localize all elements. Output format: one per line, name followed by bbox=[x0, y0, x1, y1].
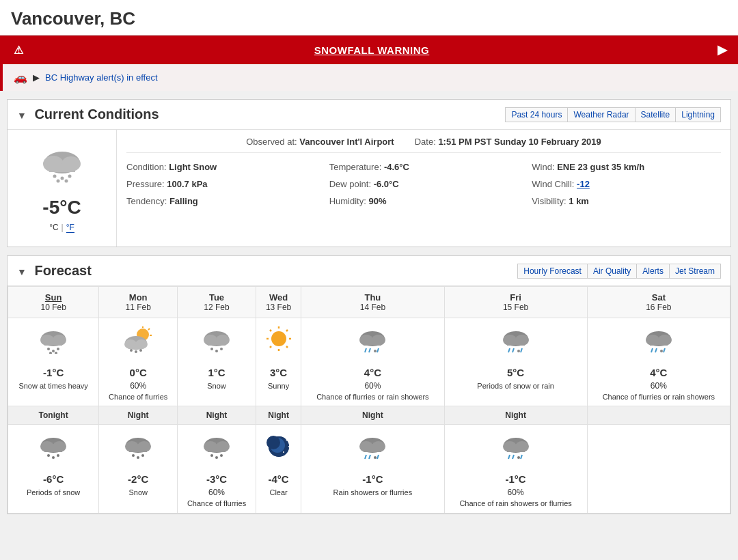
car-icon: 🚗 bbox=[14, 71, 27, 84]
forecast-temp-sun: -1°C bbox=[11, 367, 96, 378]
forecast-icon-sun: -1°C Snow at times heavy bbox=[8, 318, 99, 406]
unit-toggle: °C | °F bbox=[49, 223, 74, 233]
expand-arrow-icon: ▶ bbox=[33, 72, 40, 83]
unit-c: °C bbox=[49, 223, 58, 233]
night-icon-sat bbox=[587, 425, 730, 513]
svg-rect-79 bbox=[129, 447, 147, 452]
svg-rect-3 bbox=[49, 164, 75, 172]
warning-banner[interactable]: ⚠ SNOWFALL WARNING ▶ bbox=[0, 36, 738, 64]
forecast-night-icons-row: -6°C Periods of snow -2°C Snow -3°C bbox=[8, 425, 730, 513]
svg-line-109 bbox=[508, 455, 510, 459]
svg-rect-64 bbox=[650, 340, 668, 346]
forecast-day-thu: Thu 14 Feb bbox=[301, 287, 444, 318]
svg-point-34 bbox=[215, 350, 218, 352]
forecast-desc-thu: Chance of flurries or rain showers bbox=[304, 392, 441, 402]
night-temp-tonight: -6°C bbox=[11, 473, 96, 485]
cond-temperature: Temperature: -4.6°C bbox=[329, 160, 519, 174]
forecast-day-mon: Mon 11 Feb bbox=[99, 287, 178, 318]
highway-alert-link[interactable]: BC Highway alert(s) in effect bbox=[45, 72, 158, 83]
forecast-collapse-arrow-icon[interactable]: ▼ bbox=[17, 266, 27, 277]
svg-point-103 bbox=[374, 456, 377, 459]
forecast-temp-thu: 4°C bbox=[304, 367, 441, 378]
forecast-icon-thu: 4°C 60% Chance of flurries or rain showe… bbox=[301, 318, 444, 406]
forecast-day-icons-row: -1°C Snow at times heavy bbox=[8, 318, 730, 406]
current-conditions-header: ▼ Current Conditions Past 24 hours Weath… bbox=[8, 100, 730, 130]
svg-rect-25 bbox=[128, 344, 144, 349]
svg-point-51 bbox=[374, 350, 377, 352]
svg-point-33 bbox=[210, 348, 213, 350]
forecast-desc-tue: Snow bbox=[180, 381, 253, 391]
collapse-arrow-icon[interactable]: ▼ bbox=[17, 110, 27, 121]
svg-point-88 bbox=[215, 456, 218, 459]
svg-line-20 bbox=[148, 328, 150, 330]
warning-text[interactable]: SNOWFALL WARNING bbox=[314, 44, 430, 56]
forecast-temp-sat: 4°C bbox=[590, 367, 727, 378]
lightning-link[interactable]: Lightning bbox=[676, 107, 721, 122]
night-temp-fri: -1°C bbox=[448, 473, 584, 485]
svg-point-67 bbox=[660, 350, 663, 352]
night-icon-mon: -2°C Snow bbox=[99, 425, 178, 513]
forecast-temp-fri: 5°C bbox=[448, 367, 584, 378]
night-header-thu: Night bbox=[301, 406, 444, 425]
svg-rect-72 bbox=[44, 447, 62, 452]
svg-point-111 bbox=[517, 456, 520, 459]
svg-point-27 bbox=[135, 350, 137, 353]
cond-pressure: Pressure: 100.7 kPa bbox=[126, 177, 316, 191]
night-icon-tonight: -6°C Periods of snow bbox=[8, 425, 99, 513]
night-temp-wed: -4°C bbox=[259, 473, 298, 485]
air-quality-link[interactable]: Air Quality bbox=[588, 264, 637, 279]
forecast-day-sat: Sat 16 Feb bbox=[587, 287, 730, 318]
svg-rect-108 bbox=[507, 447, 525, 452]
warning-arrow-icon[interactable]: ▶ bbox=[718, 42, 727, 57]
forecast-header: ▼ Forecast Hourly Forecast Air Quality A… bbox=[8, 256, 730, 286]
weather-radar-link[interactable]: Weather Radar bbox=[568, 107, 635, 122]
current-weather-icon bbox=[38, 143, 86, 191]
alerts-link[interactable]: Alerts bbox=[637, 264, 670, 279]
hourly-forecast-link[interactable]: Hourly Forecast bbox=[517, 264, 588, 279]
svg-point-59 bbox=[517, 350, 520, 352]
svg-rect-100 bbox=[364, 447, 381, 452]
svg-point-4 bbox=[53, 175, 56, 178]
forecast-icon-fri: 5°C Periods of snow or rain bbox=[444, 318, 587, 406]
forecast-icon-sat: 4°C 60% Chance of flurries or rain showe… bbox=[587, 318, 730, 406]
observed-at-label: Observed at: Vancouver Int'l Airport bbox=[246, 137, 394, 147]
night-percent-tue: 60% bbox=[180, 488, 253, 497]
conditions-grid: Condition: Light Snow Temperature: -4.6°… bbox=[126, 160, 721, 208]
svg-line-110 bbox=[512, 455, 514, 459]
forecast-temp-mon: 0°C bbox=[102, 367, 174, 378]
night-percent-fri: 60% bbox=[448, 488, 584, 497]
current-temp: -5°C bbox=[42, 197, 81, 219]
night-desc-thu: Rain showers or flurries bbox=[304, 488, 441, 497]
night-desc-tue: Chance of flurries bbox=[180, 499, 253, 508]
conditions-body: -5°C °C | °F Observed at: Vancouver Int'… bbox=[8, 130, 730, 247]
unit-divider: | bbox=[62, 223, 64, 233]
night-desc-wed: Clear bbox=[259, 488, 298, 497]
night-headers-row: Tonight Night Night Night Night Night bbox=[8, 406, 730, 425]
svg-line-49 bbox=[365, 348, 366, 352]
conditions-icon-col: -5°C °C | °F bbox=[8, 130, 117, 247]
svg-point-13 bbox=[47, 348, 50, 350]
svg-point-26 bbox=[130, 349, 133, 352]
svg-rect-86 bbox=[208, 447, 226, 452]
forecast-temp-wed: 3°C bbox=[259, 367, 298, 378]
cond-condition: Condition: Light Snow bbox=[126, 160, 316, 174]
forecast-desc-sun: Snow at times heavy bbox=[11, 381, 96, 391]
night-header-tue: Night bbox=[178, 406, 256, 425]
past-24-hours-link[interactable]: Past 24 hours bbox=[505, 107, 568, 122]
svg-point-89 bbox=[220, 454, 223, 457]
satellite-link[interactable]: Satellite bbox=[636, 107, 676, 122]
jet-stream-link[interactable]: Jet Stream bbox=[670, 264, 721, 279]
svg-rect-56 bbox=[507, 340, 525, 346]
forecast-icon-mon: 0°C 60% Chance of flurries bbox=[99, 318, 178, 406]
unit-f-link[interactable]: °F bbox=[66, 223, 74, 233]
night-header-mon: Night bbox=[99, 406, 178, 425]
night-header-fri: Night bbox=[444, 406, 587, 425]
svg-point-93 bbox=[266, 436, 280, 449]
cond-tendency: Tendency: Falling bbox=[126, 194, 316, 208]
forecast-day-wed: Wed 13 Feb bbox=[256, 287, 301, 318]
forecast-temp-tue: 1°C bbox=[180, 367, 253, 378]
svg-line-68 bbox=[664, 348, 665, 352]
forecast-links: Hourly Forecast Air Quality Alerts Jet S… bbox=[517, 264, 721, 279]
svg-point-28 bbox=[139, 349, 142, 352]
svg-point-96 bbox=[283, 451, 284, 453]
